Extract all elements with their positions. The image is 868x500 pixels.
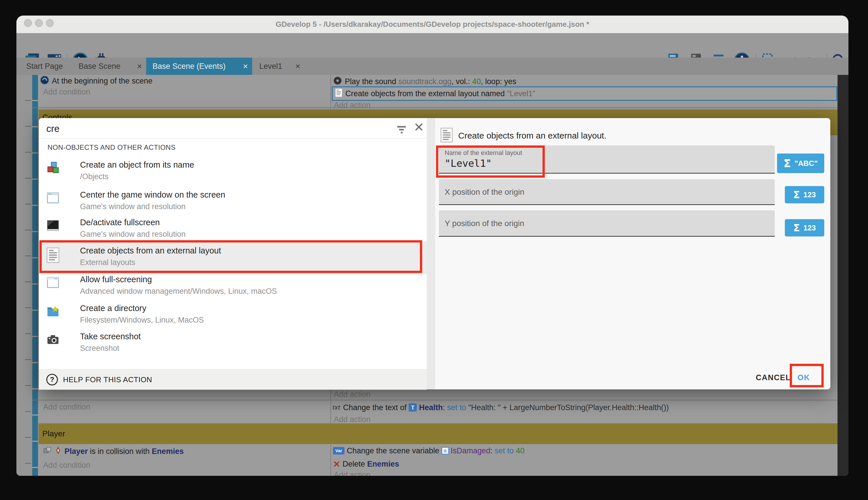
allow-fullscreen-icon [46, 276, 60, 290]
app-window: GDevelop 5 - /Users/dkarakay/Documents/G… [16, 15, 848, 476]
tab-base-scene-events-label: Base Scene (Events) [153, 58, 226, 75]
param-object-health: Health [419, 403, 443, 412]
event-divider [32, 400, 837, 400]
tab-base-scene-close-icon[interactable]: × [137, 58, 142, 75]
action-row-play-sound[interactable]: Play the sound soundtrack.ogg, vol.: 40,… [333, 76, 516, 87]
add-condition-link[interactable]: Add condition [43, 461, 90, 470]
collision-icon [43, 446, 52, 457]
y-expression-button[interactable]: Σ 123 [785, 219, 824, 237]
action-item-subtitle: Game's window and resolution [80, 202, 186, 211]
group-label: Player [42, 429, 65, 438]
annotation-rect-ok-button [790, 364, 824, 387]
player-object-icon [54, 446, 62, 456]
fullscreen-icon [46, 219, 60, 233]
panel-divider [427, 118, 435, 389]
action-item-title[interactable]: De/activate fullscreen [80, 218, 160, 227]
external-layout-icon [335, 88, 342, 99]
123-label: 123 [803, 190, 816, 199]
group-header-player[interactable]: Player [38, 423, 837, 444]
add-action-link[interactable]: Add action [334, 415, 371, 424]
condition-row-beginning-of-scene[interactable]: At the beginning of the scene [40, 76, 153, 87]
add-condition-link[interactable]: Add condition [43, 403, 90, 412]
close-dialog-icon[interactable]: ✕ [413, 120, 424, 135]
text-action-icon: txt [332, 404, 340, 411]
sigma-icon: Σ [793, 222, 800, 234]
action-item-subtitle: Game's window and resolution [80, 230, 186, 239]
action-text: , vol.: [451, 77, 472, 86]
action-row-change-scene-variable[interactable]: Var Change the scene variable ≡ IsDamage… [333, 445, 524, 456]
action-item-title[interactable]: Center the game window on the screen [80, 190, 225, 200]
window-title: GDevelop 5 - /Users/dkarakay/Documents/G… [16, 15, 848, 33]
dialog-footer: ? HELP FOR THIS ACTION [39, 369, 427, 390]
param-object-enemies: Enemies [367, 460, 399, 469]
tab-base-scene-events-close-icon[interactable]: × [243, 58, 248, 75]
events-gutter-ticks [25, 75, 31, 476]
editor-tabs: Start Page Base Scene × Base Scene (Even… [16, 58, 848, 75]
action-text: Play the sound [345, 77, 398, 86]
action-text: Change the scene variable [347, 446, 442, 455]
condition-text: is in collision with [88, 447, 152, 456]
tab-base-scene-events[interactable]: Base Scene (Events) × [146, 58, 252, 75]
param-value: 40 [516, 446, 524, 455]
help-question-icon: ? [46, 374, 58, 385]
parameters-title: Create objects from an external layout. [458, 131, 606, 140]
param-loop: yes [504, 77, 516, 86]
create-object-icon [46, 161, 60, 176]
filter-icon[interactable] [396, 124, 407, 135]
operator-set-to: set to [495, 446, 516, 455]
list-section-header: NON-OBJECTS AND OTHER ACTIONS [47, 144, 176, 151]
action-item-subtitle: /Objects [80, 172, 108, 181]
abc-label: "ABC" [794, 159, 818, 168]
sigma-icon: Σ [793, 189, 800, 201]
action-text: : [443, 403, 447, 412]
action-text: : [490, 446, 495, 455]
add-condition-link[interactable]: Add condition [43, 88, 90, 96]
action-item-title[interactable]: Create an object from its name [80, 160, 194, 170]
add-action-link[interactable]: Add action [334, 390, 371, 399]
condition-row-player-collision[interactable]: Player is in collision with Enemies [43, 446, 184, 457]
field-placeholder: Y position of the origin [445, 219, 524, 228]
x-expression-button[interactable]: Σ 123 [785, 186, 824, 203]
sigma-icon: Σ [784, 157, 791, 170]
add-action-link[interactable]: Add action [334, 470, 371, 476]
param-volume: 40 [472, 77, 481, 86]
event-indent-bars [32, 75, 38, 476]
tab-level1[interactable]: Level1 [259, 58, 282, 75]
help-for-this-action-link[interactable]: HELP FOR THIS ACTION [63, 370, 152, 390]
titlebar: GDevelop 5 - /Users/dkarakay/Documents/G… [16, 15, 848, 33]
variable-action-icon: Var [333, 447, 344, 454]
param-sound-file: soundtrack.ogg [398, 77, 451, 86]
y-position-field[interactable]: Y position of the origin [439, 210, 775, 237]
toolbar: ↩ ↪ [16, 33, 848, 58]
action-text: , loop: [481, 77, 504, 86]
tab-start-page[interactable]: Start Page [26, 58, 63, 75]
cancel-button[interactable]: CANCEL [756, 373, 791, 382]
parameters-title-icon [440, 127, 453, 145]
action-text: Create objects from the external layout … [345, 89, 507, 98]
action-item-title[interactable]: Create a directory [80, 304, 146, 313]
tab-base-scene[interactable]: Base Scene [79, 58, 120, 75]
x-position-field[interactable]: X position of the origin [439, 179, 775, 205]
action-item-title[interactable]: Take screenshot [80, 332, 141, 341]
take-screenshot-icon [46, 333, 60, 347]
annotation-rect-selected-action [39, 240, 422, 273]
annotation-rect-name-field [436, 146, 545, 178]
action-search-input[interactable] [46, 121, 363, 137]
event-divider [32, 107, 837, 108]
events-scrollbar[interactable] [837, 75, 848, 476]
param-object-enemies: Enemies [152, 447, 184, 456]
scene-begin-icon [40, 76, 49, 87]
action-row-create-external-layout-selected[interactable]: Create objects from the external layout … [332, 87, 837, 101]
action-item-subtitle: Screenshot [80, 344, 119, 353]
choose-action-dialog: ✕ NON-OBJECTS AND OTHER ACTIONS Create a… [39, 118, 830, 389]
variable-type-icon: ≡ [442, 447, 449, 454]
tab-level1-close-icon[interactable]: × [295, 58, 301, 75]
add-action-link[interactable]: Add action [334, 101, 371, 110]
string-expression-button[interactable]: Σ "ABC" [777, 154, 824, 173]
action-row-change-text-health[interactable]: txt Change the text of T Health: set to … [332, 402, 669, 413]
sound-icon [333, 76, 342, 87]
action-row-delete-enemies[interactable]: ✕ Delete Enemies [333, 458, 399, 469]
action-text: Delete [342, 460, 367, 469]
operator-set-to: set to [447, 403, 466, 412]
action-item-title[interactable]: Allow full-screening [80, 275, 152, 284]
